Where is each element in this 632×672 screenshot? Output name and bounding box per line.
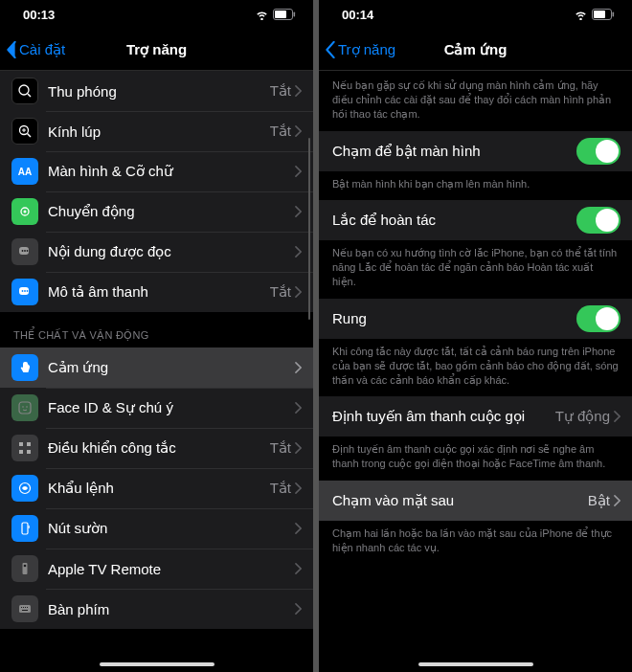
svg-rect-25 bbox=[27, 450, 31, 454]
back-label: Trợ năng bbox=[338, 41, 395, 58]
svg-rect-39 bbox=[613, 12, 615, 17]
row-call-routing[interactable]: Định tuyến âm thanh cuộc gọi Tự động bbox=[319, 396, 632, 437]
row-tap-to-wake[interactable]: Chạm để bật màn hình bbox=[319, 131, 632, 171]
row-motion[interactable]: Chuyển động bbox=[0, 191, 313, 232]
svg-line-4 bbox=[28, 94, 31, 97]
chevron-right-icon bbox=[295, 603, 302, 615]
audio-desc-icon bbox=[11, 279, 38, 305]
row-display-text[interactable]: AA Màn hình & Cỡ chữ bbox=[0, 151, 313, 191]
svg-rect-24 bbox=[19, 450, 23, 454]
row-label: Chuyển động bbox=[48, 203, 295, 220]
row-touch[interactable]: Cảm ứng bbox=[0, 347, 313, 388]
row-label: Khẩu lệnh bbox=[48, 480, 270, 497]
chevron-right-icon bbox=[295, 523, 302, 534]
row-spoken-content[interactable]: Nội dung được đọc bbox=[0, 232, 313, 272]
row-label: Mô tả âm thanh bbox=[48, 283, 270, 301]
status-bar: 00:13 bbox=[0, 0, 313, 29]
row-faceid[interactable]: Face ID & Sự chú ý bbox=[0, 388, 313, 428]
row-value: Tắt bbox=[270, 480, 291, 497]
phone-touch-settings: 00:14 Trợ năng Cảm ứng Nếu bạn gặp sự cố… bbox=[319, 0, 632, 672]
chevron-right-icon bbox=[295, 402, 302, 414]
svg-rect-19 bbox=[19, 402, 31, 414]
svg-point-16 bbox=[22, 290, 24, 292]
page-title: Trợ năng bbox=[126, 41, 187, 58]
svg-rect-1 bbox=[275, 11, 286, 18]
svg-point-13 bbox=[24, 250, 26, 252]
home-indicator[interactable] bbox=[100, 662, 214, 666]
spoken-content-icon bbox=[11, 238, 38, 265]
row-side-button[interactable]: Nút sườn bbox=[0, 508, 313, 549]
svg-rect-36 bbox=[22, 610, 28, 611]
svg-rect-23 bbox=[27, 442, 31, 446]
back-label: Cài đặt bbox=[19, 41, 65, 58]
vision-group: Thu phóng Tắt Kính lúp Tắt AA Màn hình &… bbox=[0, 71, 313, 312]
tap-to-wake-group: Chạm để bật màn hình bbox=[319, 131, 632, 171]
toggle-vibration[interactable] bbox=[576, 305, 621, 332]
row-value: Tắt bbox=[270, 82, 291, 100]
row-label: Chạm để bật màn hình bbox=[332, 143, 576, 160]
vibration-group: Rung bbox=[319, 299, 632, 339]
svg-rect-31 bbox=[19, 605, 31, 613]
back-button[interactable]: Trợ năng bbox=[325, 41, 395, 58]
svg-rect-22 bbox=[19, 442, 23, 446]
row-magnifier[interactable]: Kính lúp Tắt bbox=[0, 111, 313, 151]
touch-icon bbox=[11, 354, 38, 381]
chevron-right-icon bbox=[295, 206, 302, 217]
row-shake-undo[interactable]: Lắc để hoàn tác bbox=[319, 200, 632, 240]
chevron-right-icon bbox=[295, 442, 302, 454]
row-vibration[interactable]: Rung bbox=[319, 299, 632, 339]
chevron-right-icon bbox=[614, 495, 621, 506]
settings-scroll[interactable]: Thu phóng Tắt Kính lúp Tắt AA Màn hình &… bbox=[0, 71, 313, 672]
battery-icon bbox=[273, 9, 296, 20]
row-back-tap[interactable]: Chạm vào mặt sau Bật bbox=[319, 481, 632, 521]
row-label: Face ID & Sự chú ý bbox=[48, 399, 295, 416]
row-zoom[interactable]: Thu phóng Tắt bbox=[0, 71, 313, 111]
toggle-shake-undo[interactable] bbox=[576, 207, 621, 234]
svg-rect-33 bbox=[23, 607, 24, 608]
row-switch-control[interactable]: Điều khiển công tắc Tắt bbox=[0, 428, 313, 468]
row-label: Định tuyến âm thanh cuộc gọi bbox=[332, 408, 555, 425]
toggle-tap-to-wake[interactable] bbox=[576, 138, 621, 165]
back-button[interactable]: Cài đặt bbox=[6, 41, 65, 58]
row-audio-desc[interactable]: Mô tả âm thanh Tắt bbox=[0, 272, 313, 312]
tap-to-wake-footer: Bật màn hình khi bạn chạm lên màn hình. bbox=[319, 171, 632, 201]
vibration-footer: Khi công tắc này được tắt, tất cả cảnh b… bbox=[319, 339, 632, 397]
chevron-right-icon bbox=[295, 563, 302, 574]
svg-rect-38 bbox=[594, 11, 605, 18]
status-bar: 00:14 bbox=[319, 0, 632, 29]
chevron-right-icon bbox=[295, 286, 302, 298]
row-label: Điều khiển công tắc bbox=[48, 439, 270, 457]
svg-rect-35 bbox=[27, 607, 28, 608]
row-label: Thu phóng bbox=[48, 83, 270, 100]
status-icons bbox=[574, 9, 615, 20]
battery-icon bbox=[592, 9, 615, 20]
page-title: Cảm ứng bbox=[444, 41, 508, 58]
scrollbar[interactable] bbox=[308, 138, 311, 320]
row-label: Nút sườn bbox=[48, 520, 295, 537]
motion-icon bbox=[11, 198, 38, 225]
row-voice-control[interactable]: Khẩu lệnh Tắt bbox=[0, 468, 313, 508]
svg-point-20 bbox=[22, 406, 24, 408]
nav-bar: Trợ năng Cảm ứng bbox=[319, 29, 632, 71]
row-label: Màn hình & Cỡ chữ bbox=[48, 163, 295, 180]
row-value: Bật bbox=[588, 492, 610, 509]
row-value: Tắt bbox=[270, 123, 291, 140]
text-size-icon: AA bbox=[11, 158, 38, 185]
row-label: Lắc để hoàn tác bbox=[332, 212, 576, 229]
row-label: Nội dung được đọc bbox=[48, 243, 295, 260]
settings-scroll[interactable]: Nếu bạn gặp sự cố khi sử dụng màn hình c… bbox=[319, 71, 632, 672]
row-keyboard[interactable]: Bàn phím bbox=[0, 589, 313, 629]
row-value: Tắt bbox=[270, 283, 291, 301]
chevron-right-icon bbox=[295, 125, 302, 137]
status-icons bbox=[255, 9, 296, 20]
chevron-right-icon bbox=[295, 482, 302, 494]
row-apple-tv-remote[interactable]: Apple TV Remote bbox=[0, 549, 313, 589]
back-tap-group: Chạm vào mặt sau Bật bbox=[319, 481, 632, 521]
call-routing-footer: Định tuyến âm thanh cuộc gọi xác định nơ… bbox=[319, 437, 632, 481]
home-indicator[interactable] bbox=[418, 662, 533, 666]
shake-undo-footer: Nếu bạn có xu hướng tình cờ lắc iPhone, … bbox=[319, 240, 632, 299]
chevron-left-icon bbox=[325, 41, 336, 58]
svg-point-17 bbox=[24, 290, 26, 292]
row-label: Cảm ứng bbox=[48, 359, 295, 376]
shake-undo-group: Lắc để hoàn tác bbox=[319, 200, 632, 240]
